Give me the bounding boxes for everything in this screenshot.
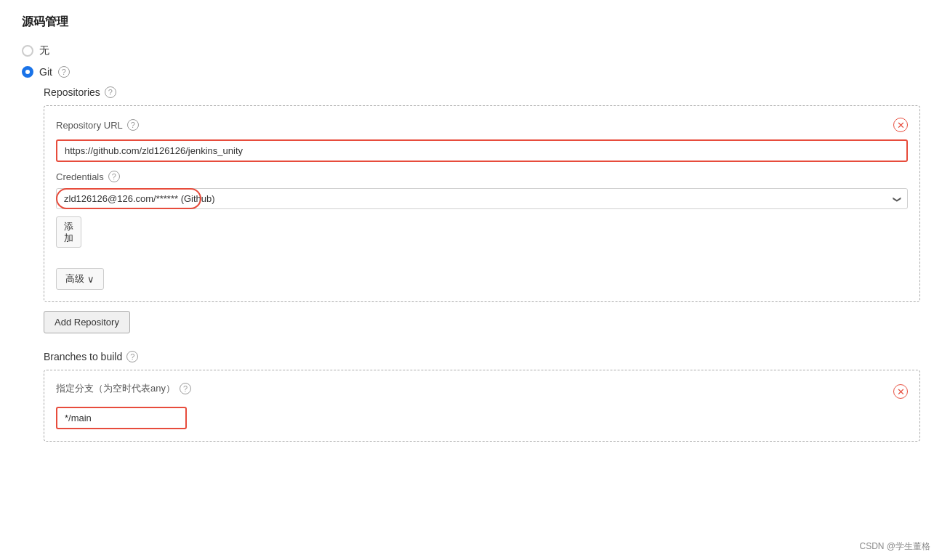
add-btn-label: 添 加 bbox=[64, 221, 73, 243]
page-title: 源码管理 bbox=[22, 15, 920, 30]
credentials-row: zld126126@126.com/****** (Github) bbox=[56, 188, 908, 209]
repositories-label: Repositories ? bbox=[44, 86, 920, 98]
repo-url-help-icon[interactable]: ? bbox=[127, 119, 139, 131]
branches-help-icon[interactable]: ? bbox=[126, 351, 138, 362]
remove-repo-button[interactable]: ✕ bbox=[893, 118, 908, 132]
repository-box: Repository URL ? ✕ Credentials ? zld1261… bbox=[44, 105, 920, 302]
add-credentials-button[interactable]: 添 加 bbox=[56, 216, 81, 248]
branches-label: Branches to build ? bbox=[44, 351, 920, 362]
add-repository-button[interactable]: Add Repository bbox=[44, 311, 130, 333]
advanced-label: 高级 bbox=[65, 272, 84, 285]
radio-none-circle bbox=[22, 45, 33, 57]
radio-git-circle bbox=[22, 66, 33, 78]
repo-url-header: Repository URL ? ✕ bbox=[56, 118, 908, 132]
branch-box: 指定分支（为空时代表any） ? ✕ bbox=[44, 370, 920, 442]
git-help-icon[interactable]: ? bbox=[58, 66, 70, 78]
radio-none[interactable]: 无 bbox=[22, 44, 920, 57]
branch-field-label: 指定分支（为空时代表any） ? bbox=[56, 382, 191, 395]
radio-git-label: Git bbox=[39, 66, 52, 78]
repo-url-group: Repository URL ? ✕ bbox=[56, 118, 908, 162]
branch-field-help-icon[interactable]: ? bbox=[180, 383, 191, 394]
credentials-group: Credentials ? zld126126@126.com/****** (… bbox=[56, 171, 908, 255]
radio-git[interactable]: Git ? bbox=[22, 66, 920, 78]
advanced-button[interactable]: 高级 ∨ bbox=[56, 268, 104, 290]
radio-none-label: 无 bbox=[39, 44, 49, 57]
credentials-label: Credentials ? bbox=[56, 171, 908, 182]
advanced-chevron-icon: ∨ bbox=[87, 274, 94, 285]
credentials-help-icon[interactable]: ? bbox=[108, 171, 120, 182]
git-section: Repositories ? Repository URL ? ✕ Creden… bbox=[44, 86, 920, 442]
repo-url-input[interactable] bbox=[56, 139, 908, 162]
add-repository-label: Add Repository bbox=[55, 317, 119, 328]
credentials-select-wrapper: zld126126@126.com/****** (Github) bbox=[56, 188, 908, 209]
repo-url-label: Repository URL ? bbox=[56, 119, 139, 131]
branch-input[interactable] bbox=[56, 407, 187, 429]
remove-branch-button[interactable]: ✕ bbox=[893, 384, 908, 399]
credentials-select[interactable]: zld126126@126.com/****** (Github) bbox=[56, 188, 908, 209]
branches-section: Branches to build ? 指定分支（为空时代表any） ? ✕ bbox=[44, 351, 920, 442]
repositories-help-icon[interactable]: ? bbox=[105, 86, 116, 98]
